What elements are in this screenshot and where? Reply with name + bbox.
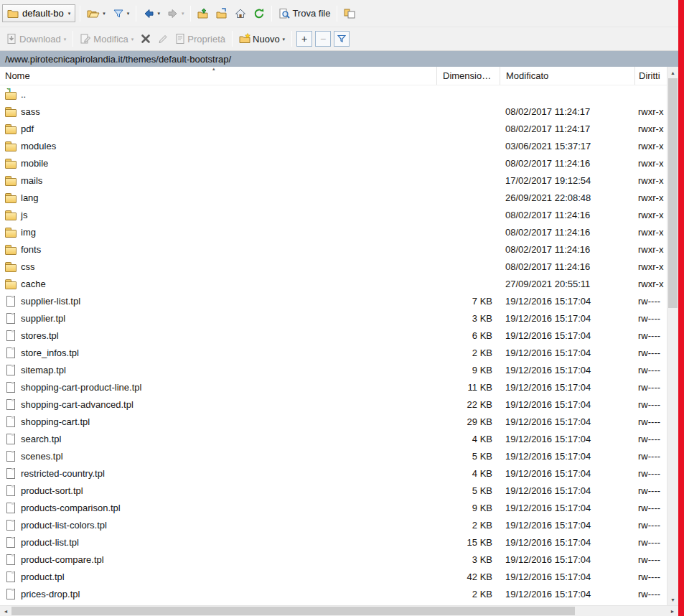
chevron-down-icon: ▾ (182, 11, 184, 16)
rename-button[interactable] (154, 31, 172, 47)
chevron-down-icon: ▾ (157, 11, 160, 16)
file-row[interactable]: search.tpl 4 KB 19/12/2016 15:17:04 rw--… (0, 430, 667, 447)
folder-open-icon (87, 8, 100, 19)
back-button[interactable]: ▾ (139, 5, 164, 22)
new-button[interactable]: Nuovo ▾ (235, 30, 289, 47)
current-path: /www.pirotecnicapirolandia.it/themes/def… (5, 54, 231, 65)
column-header-name[interactable]: Nome ▴ (0, 67, 436, 85)
file-modified: 19/12/2016 15:17:04 (500, 503, 634, 513)
file-row[interactable]: restricted-country.tpl 4 KB 19/12/2016 1… (0, 465, 667, 482)
file-modified: 03/06/2021 15:37:17 (500, 141, 634, 151)
chevron-down-icon: ▾ (68, 11, 71, 16)
scroll-right-icon[interactable]: ► (667, 606, 678, 616)
file-size: 3 KB (436, 313, 500, 324)
search-icon (278, 8, 290, 19)
refresh-button[interactable] (250, 5, 268, 22)
file-row[interactable]: cache 27/09/2021 20:55:11 rwxr-x (0, 275, 667, 292)
file-row[interactable]: sitemap.tpl 9 KB 19/12/2016 15:17:04 rw-… (0, 361, 667, 378)
file-row[interactable]: fonts 08/02/2017 11:24:16 rwxr-x (0, 241, 667, 258)
vertical-scrollbar[interactable]: ▲ ▼ (667, 67, 678, 605)
vertical-scroll-thumb[interactable] (668, 78, 678, 308)
download-button[interactable]: Download ▾ (2, 30, 70, 47)
file-rights: rw---- (634, 416, 667, 427)
file-row[interactable]: store_infos.tpl 2 KB 19/12/2016 15:17:04… (0, 344, 667, 361)
toolbar-separator (337, 6, 337, 22)
file-rights: rwxr-x (634, 279, 667, 289)
file-row[interactable]: shopping-cart-advanced.tpl 22 KB 19/12/2… (0, 396, 667, 413)
home-directory-button[interactable] (231, 5, 250, 22)
file-row[interactable]: mobile 08/02/2017 11:24:16 rwxr-x (0, 154, 667, 172)
file-name: product-list.tpl (21, 537, 79, 548)
file-name: product-sort.tpl (21, 485, 83, 496)
file-row[interactable]: sass 08/02/2017 11:24:17 rwxr-x (0, 103, 667, 120)
scroll-up-icon[interactable]: ▲ (667, 67, 678, 78)
toolbar-separator (232, 31, 233, 47)
file-row[interactable]: mails 17/02/2017 19:12:54 rwxr-x (0, 172, 667, 189)
address-bar[interactable]: /www.pirotecnicapirolandia.it/themes/def… (0, 51, 684, 67)
file-type-icon (4, 88, 16, 100)
file-row[interactable]: .. (0, 85, 667, 103)
file-rights: rwxr-x (634, 227, 667, 238)
session-selector[interactable]: default-bo ▾ (2, 4, 75, 22)
download-label: Download (19, 34, 61, 45)
file-row[interactable]: shopping-cart-product-line.tpl 11 KB 19/… (0, 378, 667, 396)
plus-button[interactable]: + (296, 31, 312, 47)
file-row[interactable]: img 08/02/2017 11:24:16 rwxr-x (0, 223, 667, 241)
file-modified: 19/12/2016 15:17:04 (500, 416, 634, 427)
file-row[interactable]: scenes.tpl 5 KB 19/12/2016 15:17:04 rw--… (0, 447, 667, 465)
root-directory-button[interactable] (212, 5, 231, 22)
scroll-down-icon[interactable]: ▼ (667, 594, 678, 605)
delete-button[interactable] (137, 31, 154, 47)
file-row[interactable]: product-sort.tpl 5 KB 19/12/2016 15:17:0… (0, 482, 667, 499)
minus-button[interactable]: − (315, 31, 331, 47)
file-modified: 08/02/2017 11:24:17 (500, 106, 634, 117)
file-row[interactable]: supplier.tpl 3 KB 19/12/2016 15:17:04 rw… (0, 309, 667, 327)
file-rights: rw---- (634, 399, 667, 410)
properties-button[interactable]: Proprietà (172, 30, 229, 47)
file-type-icon (4, 554, 16, 565)
file-row[interactable]: product-list-colors.tpl 2 KB 19/12/2016 … (0, 516, 667, 533)
filter-toggle-button[interactable] (334, 31, 350, 47)
column-header-rights[interactable]: Diritti (634, 67, 667, 85)
vertical-scroll-track[interactable] (667, 78, 678, 594)
synchronize-browsing-button[interactable] (340, 5, 359, 22)
horizontal-scrollbar[interactable]: ◄ ► (0, 605, 678, 616)
file-type-icon (4, 243, 16, 255)
session-label: default-bo (22, 8, 64, 19)
filter-dropdown-button[interactable]: ▾ (109, 5, 133, 22)
file-modified: 19/12/2016 15:17:04 (500, 347, 634, 358)
file-type-icon (4, 261, 16, 272)
horizontal-scroll-thumb[interactable] (11, 607, 575, 615)
file-row[interactable]: supplier-list.tpl 7 KB 19/12/2016 15:17:… (0, 292, 667, 309)
file-row[interactable]: lang 26/09/2021 22:08:48 rwxr-x (0, 189, 667, 206)
file-row[interactable]: product-compare.tpl 3 KB 19/12/2016 15:1… (0, 551, 667, 568)
horizontal-scroll-track[interactable] (11, 606, 667, 616)
file-row[interactable]: stores.tpl 6 KB 19/12/2016 15:17:04 rw--… (0, 327, 667, 344)
file-row[interactable]: shopping-cart.tpl 29 KB 19/12/2016 15:17… (0, 413, 667, 430)
file-size: 4 KB (436, 468, 500, 479)
column-header-size[interactable]: Dimensio… (436, 67, 500, 85)
toolbar-separator (72, 31, 73, 47)
forward-button[interactable]: ▾ (164, 5, 188, 22)
scroll-left-icon[interactable]: ◄ (0, 606, 11, 616)
file-row[interactable]: products-comparison.tpl 9 KB 19/12/2016 … (0, 499, 667, 516)
column-header-modified[interactable]: Modificato (500, 67, 634, 85)
parent-directory-button[interactable] (194, 5, 212, 22)
file-name: .. (21, 89, 26, 100)
file-rights: rw---- (634, 382, 667, 393)
file-rights: rw---- (634, 571, 667, 582)
file-row[interactable]: product-list.tpl 15 KB 19/12/2016 15:17:… (0, 533, 667, 551)
edit-label: Modifica (93, 34, 128, 45)
file-row[interactable]: css 08/02/2017 11:24:16 rwxr-x (0, 258, 667, 275)
chevron-down-icon: ▾ (283, 37, 286, 42)
file-modified: 08/02/2017 11:24:17 (500, 123, 634, 134)
file-row[interactable]: prices-drop.tpl 2 KB 19/12/2016 15:17:04… (0, 585, 667, 602)
open-directory-button[interactable]: ▾ (83, 5, 109, 22)
file-row[interactable]: js 08/02/2017 11:24:16 rwxr-x (0, 206, 667, 223)
edit-button[interactable]: Modifica ▾ (76, 30, 137, 47)
find-files-button[interactable]: Trova file (275, 5, 334, 22)
chevron-down-icon: ▾ (131, 37, 134, 42)
file-row[interactable]: pdf 08/02/2017 11:24:17 rwxr-x (0, 120, 667, 137)
file-row[interactable]: product.tpl 42 KB 19/12/2016 15:17:04 rw… (0, 568, 667, 585)
file-row[interactable]: modules 03/06/2021 15:37:17 rwxr-x (0, 137, 667, 154)
